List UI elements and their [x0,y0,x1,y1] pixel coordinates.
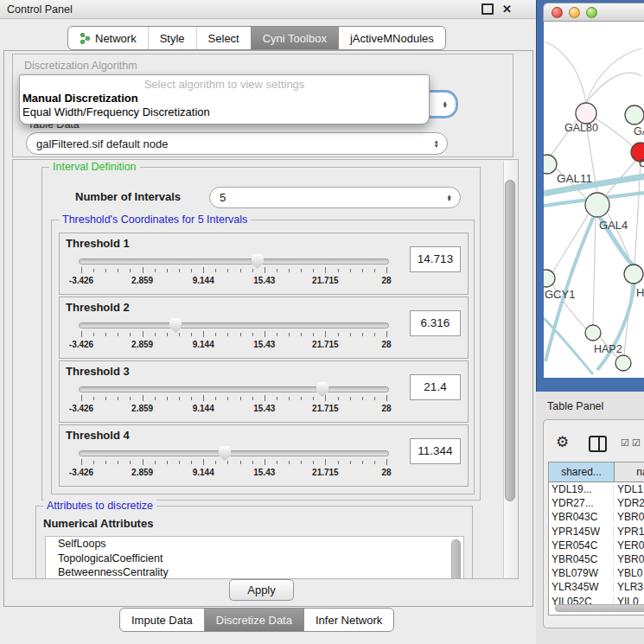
network-icon [80,33,91,44]
interval-definition-legend: Interval Definition [49,161,140,173]
node-table[interactable]: shared... na YDL19...YDL1YDR27...YDR2YBR… [548,462,644,615]
slider-tick-labels: -3.4262.8599.14415.4321.71528 [81,276,386,286]
attribute-item[interactable]: SelfLoops [46,537,463,552]
tab-network[interactable]: Network [68,27,148,49]
node-bottom[interactable] [615,355,631,371]
table-row[interactable]: YBL079WYBL0 [549,566,644,580]
threshold-slider[interactable]: -3.4262.8599.14415.4321.71528 [81,318,386,349]
dropdown-item-manual-discretization[interactable]: Manual Discretization [20,91,429,105]
node-ga[interactable] [625,105,644,124]
threshold-1-panel: Threshold 1 -3.4262.8599.14415.4321.7152… [59,233,469,295]
threshold-value-field[interactable]: 21.4 [410,374,461,400]
top-tab-bar: Network Style Select Cyni Toolbox jActiv… [67,26,446,50]
float-window-icon[interactable] [481,3,494,15]
network-labels: GAL80 GA C GAL11 GAL4 GCY1 H HAP2 [545,122,644,355]
settings-scrollbar[interactable] [503,161,516,577]
close-icon[interactable]: ✕ [502,3,512,15]
table-row[interactable]: YER054CYER0 [549,539,644,552]
algorithm-dropdown-popup: Select algorithm to view settings Manual… [19,74,430,124]
tab-network-label: Network [95,32,137,45]
threshold-value-field[interactable]: 11.344 [410,438,461,464]
table-row[interactable]: YLR345WYLR3 [549,580,644,594]
network-window-titlebar[interactable] [543,3,644,22]
threshold-label: Threshold 1 [66,237,130,250]
label-gal11: GAL11 [557,172,592,185]
mac-close-button[interactable] [552,7,563,18]
label-c: C [639,157,644,169]
threshold-value-field[interactable]: 6.316 [410,310,461,336]
threshold-slider[interactable]: -3.4262.8599.14415.4321.71528 [81,254,386,285]
table-row[interactable]: YDL19...YDL1 [549,482,644,496]
slider-track[interactable] [79,258,389,265]
network-view-window[interactable]: GAL80 GA C GAL11 GAL4 GCY1 H HAP2 [536,0,644,392]
table-row[interactable]: YPR145WYPR1 [549,525,644,539]
attribute-item[interactable]: BetweennessCentrality [46,565,463,579]
slider-track[interactable] [79,386,389,392]
node-gal4[interactable] [585,193,609,217]
tab-impute-data[interactable]: Impute Data [120,609,204,631]
slider-tick-labels: -3.4262.8599.14415.4321.71528 [81,468,386,478]
threshold-label: Threshold 3 [66,365,130,378]
node-gal11[interactable] [544,155,557,174]
slider-tick-labels: -3.4262.8599.14415.4321.71528 [81,404,386,414]
threshold-slider[interactable]: -3.4262.8599.14415.4321.71528 [81,446,386,477]
table-panel-window: ⚙ ☑ ☑ shared... na YDL19...YDL1YDR27...Y… [543,419,644,628]
node-hap2[interactable] [585,325,601,341]
slider-track[interactable] [79,450,389,456]
column-header-name[interactable]: na [615,462,644,481]
mac-zoom-button[interactable] [586,7,597,18]
slider-track[interactable] [79,322,389,328]
slider-ticks [81,267,386,274]
node-h[interactable] [624,265,643,284]
attributes-legend: Attributes to discretize [43,500,156,512]
threshold-label: Threshold 2 [66,301,130,314]
attribute-item[interactable]: TopologicalCoefficient [46,552,463,566]
columns-icon[interactable] [589,436,607,452]
tab-select[interactable]: Select [196,27,251,49]
label-gal80: GAL80 [564,122,598,134]
table-panel: Table Panel ⚙ ☑ ☑ shared... na YDL19...Y… [536,392,644,644]
threshold-value-field[interactable]: 14.713 [410,246,461,272]
table-data-value: galFiltered.sif default node [36,137,168,150]
algorithm-legend: Discretization Algorithm [21,60,141,72]
checkbox-icon[interactable]: ☑ [621,438,629,448]
network-graph: GAL80 GA C GAL11 GAL4 GCY1 H HAP2 [544,22,644,378]
table-row[interactable]: YDR27...YDR2 [549,496,644,510]
table-row[interactable]: YBR045CYBR0 [549,552,644,566]
attributes-list-scrollbar[interactable] [451,539,461,579]
network-canvas[interactable]: GAL80 GA C GAL11 GAL4 GCY1 H HAP2 [544,22,644,378]
combo-arrows-icon: ▲▼ [434,140,439,148]
table-rows: YDL19...YDL1YDR27...YDR2YBR043CYBR0YPR14… [549,482,644,609]
mac-minimize-button[interactable] [569,7,580,18]
gear-icon[interactable]: ⚙ [556,435,569,450]
table-header-row: shared... na [549,462,644,482]
dropdown-item-equal-width-frequency[interactable]: Equal Width/Frequency Discretization [20,105,429,118]
combo-arrows-icon: ▲▼ [443,100,448,108]
interval-definition-group: Interval Definition Number of Intervals … [41,167,481,501]
algorithm-section: Discretization Algorithm ▲▼ Select algor… [12,54,513,157]
bottom-tab-bar: Impute Data Discretize Data Infer Networ… [119,608,394,632]
threshold-3-panel: Threshold 3 -3.4262.8599.14415.4321.7152… [59,360,469,423]
tab-style[interactable]: Style [148,27,196,49]
column-header-shared-name[interactable]: shared... [549,462,615,481]
table-data-combobox[interactable]: galFiltered.sif default node ▲▼ [26,132,448,155]
node-gal80[interactable] [576,103,596,124]
number-of-intervals-combobox[interactable]: 5 ▲▼ [209,187,461,208]
table-horizontal-scrollbar[interactable] [555,604,644,612]
thresholds-group: Threshold's Coordinates for 5 Intervals … [51,220,475,494]
tab-infer-network[interactable]: Infer Network [303,609,393,631]
checkbox-icon[interactable]: ☑ [632,438,641,448]
tab-jactivemnodules[interactable]: jActiveMNodules [338,27,445,49]
thresholds-legend: Threshold's Coordinates for 5 Intervals [59,214,251,226]
label-h: H [636,286,644,299]
settings-scrollbar-thumb[interactable] [505,180,515,501]
tab-cyni-toolbox[interactable]: Cyni Toolbox [251,27,338,49]
threshold-2-panel: Threshold 2 -3.4262.8599.14415.4321.7152… [59,296,469,359]
label-gal4: GAL4 [599,219,628,232]
threshold-slider[interactable]: -3.4262.8599.14415.4321.71528 [81,382,386,413]
control-panel: Control Panel ✕ Network Style Select Cyn… [0,0,536,644]
numerical-attributes-list[interactable]: SelfLoopsTopologicalCoefficientBetweenne… [45,536,464,579]
table-row[interactable]: YBR043CYBR0 [549,510,644,524]
apply-button[interactable]: Apply [229,579,294,601]
tab-discretize-data[interactable]: Discretize Data [204,609,303,631]
